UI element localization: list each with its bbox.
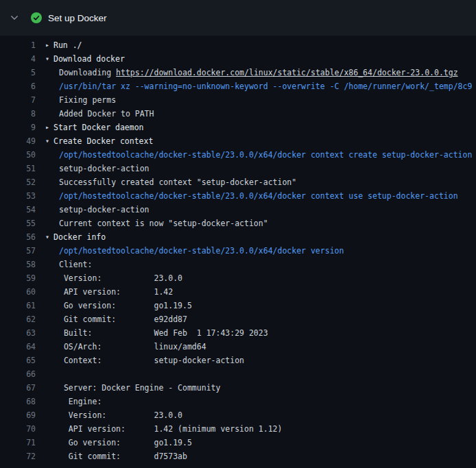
line-number[interactable]: 71 xyxy=(11,436,36,449)
arrow-spacer xyxy=(45,340,53,354)
arrow-spacer xyxy=(45,299,53,312)
log-group-row[interactable]: 9▸Start Docker daemon xyxy=(0,121,476,134)
log-text-segment: Downloading xyxy=(59,68,116,77)
group-collapsed-icon[interactable]: ▸ xyxy=(45,121,53,134)
log-link[interactable]: https://download.docker.com/linux/static… xyxy=(116,68,458,77)
line-number[interactable]: 56 xyxy=(11,230,36,244)
log-text: Git commit: d7573ab xyxy=(53,449,187,463)
group-expanded-icon[interactable]: ▾ xyxy=(45,52,53,66)
log-text: API version: 1.42 (minimum version 1.12) xyxy=(53,422,282,436)
log-text: Go version: go1.19.5 xyxy=(53,436,192,449)
line-number[interactable]: 72 xyxy=(11,449,36,463)
chevron-down-icon[interactable] xyxy=(10,13,19,23)
line-number[interactable]: 67 xyxy=(11,381,36,395)
log-row: 70 API version: 1.42 (minimum version 1.… xyxy=(0,422,476,436)
line-number[interactable]: 54 xyxy=(11,203,36,217)
log-row: 53/opt/hostedtoolcache/docker-stable/23.… xyxy=(0,189,476,203)
success-check-icon xyxy=(31,12,42,23)
log-row: 61 Go version: go1.19.5 xyxy=(0,299,476,312)
arrow-spacer xyxy=(45,107,53,121)
arrow-spacer xyxy=(45,381,53,395)
line-number[interactable]: 66 xyxy=(11,367,36,381)
arrow-spacer xyxy=(45,66,53,79)
log-row: 6/usr/bin/tar xz --warning=no-unknown-ke… xyxy=(0,79,476,93)
log-row: 67 Server: Docker Engine - Community xyxy=(0,381,476,395)
arrow-spacer xyxy=(45,367,53,381)
log-row: 7Fixing perms xyxy=(0,93,476,107)
line-number[interactable]: 55 xyxy=(11,217,36,230)
arrow-spacer xyxy=(45,258,53,271)
arrow-spacer xyxy=(45,162,53,175)
log-text: API version: 1.42 xyxy=(53,285,173,299)
line-number[interactable]: 59 xyxy=(11,271,36,285)
line-number[interactable]: 4 xyxy=(11,52,36,66)
arrow-spacer xyxy=(45,203,53,217)
log-group-row[interactable]: 49▾Create Docker context xyxy=(0,134,476,148)
log-text: setup-docker-action xyxy=(53,162,150,175)
log-row: 64 OS/Arch: linux/amd64 xyxy=(0,340,476,354)
log-row: 58Client: xyxy=(0,258,476,271)
line-number[interactable]: 70 xyxy=(11,422,36,436)
line-number[interactable]: 61 xyxy=(11,299,36,312)
line-number[interactable]: 68 xyxy=(11,395,36,408)
line-number[interactable]: 64 xyxy=(11,340,36,354)
group-expanded-icon[interactable]: ▾ xyxy=(45,230,53,244)
log-text: Successfully created context "setup-dock… xyxy=(53,175,296,189)
line-number[interactable]: 60 xyxy=(11,285,36,299)
log-text: Download docker xyxy=(53,52,125,66)
step-header[interactable]: Set up Docker xyxy=(0,0,476,36)
arrow-spacer xyxy=(45,326,53,340)
log-text: Version: 23.0.0 xyxy=(53,271,182,285)
log-group-row[interactable]: 56▾Docker info xyxy=(0,230,476,244)
line-number[interactable]: 49 xyxy=(11,134,36,148)
log-text: /usr/bin/tar xz --warning=no-unknown-key… xyxy=(53,79,472,93)
arrow-spacer xyxy=(45,244,53,258)
line-number[interactable]: 65 xyxy=(11,354,36,367)
log-text: Create Docker context xyxy=(53,134,153,148)
log-row: 69 Version: 23.0.0 xyxy=(0,408,476,422)
arrow-spacer xyxy=(45,449,53,463)
group-collapsed-icon[interactable]: ▸ xyxy=(45,38,53,52)
arrow-spacer xyxy=(45,271,53,285)
arrow-spacer xyxy=(45,189,53,203)
group-expanded-icon[interactable]: ▾ xyxy=(45,134,53,148)
log-row: 50/opt/hostedtoolcache/docker-stable/23.… xyxy=(0,148,476,162)
line-number[interactable]: 63 xyxy=(11,326,36,340)
log-row: 72 Git commit: d7573ab xyxy=(0,449,476,463)
arrow-spacer xyxy=(45,93,53,107)
log-text: Added Docker to PATH xyxy=(53,107,154,121)
log-text xyxy=(53,367,59,381)
line-number[interactable]: 5 xyxy=(11,66,36,79)
log-group-row[interactable]: 1▸Run ./ xyxy=(0,38,476,52)
log-row: 63 Built: Wed Feb 1 17:43:29 2023 xyxy=(0,326,476,340)
log-text: Git commit: e92dd87 xyxy=(53,312,187,326)
line-number[interactable]: 52 xyxy=(11,175,36,189)
arrow-spacer xyxy=(45,148,53,162)
line-number[interactable]: 6 xyxy=(11,79,36,93)
log-text: Context: setup-docker-action xyxy=(53,354,244,367)
line-number[interactable]: 58 xyxy=(11,258,36,271)
line-number[interactable]: 7 xyxy=(11,93,36,107)
log-text: setup-docker-action xyxy=(53,203,150,217)
log-text: Engine: xyxy=(53,395,102,408)
arrow-spacer xyxy=(45,354,53,367)
arrow-spacer xyxy=(45,285,53,299)
line-number[interactable]: 8 xyxy=(11,107,36,121)
log-text: Fixing perms xyxy=(53,93,116,107)
line-number[interactable]: 50 xyxy=(11,148,36,162)
line-number[interactable]: 62 xyxy=(11,312,36,326)
line-number[interactable]: 1 xyxy=(11,38,36,52)
log-text: Docker info xyxy=(53,230,106,244)
line-number[interactable]: 9 xyxy=(11,121,36,134)
line-number[interactable]: 69 xyxy=(11,408,36,422)
line-number[interactable]: 53 xyxy=(11,189,36,203)
arrow-spacer xyxy=(45,175,53,189)
arrow-spacer xyxy=(45,408,53,422)
line-number[interactable]: 51 xyxy=(11,162,36,175)
log-row: 57/opt/hostedtoolcache/docker-stable/23.… xyxy=(0,244,476,258)
arrow-spacer xyxy=(45,395,53,408)
log-group-row[interactable]: 4▾Download docker xyxy=(0,52,476,66)
line-number[interactable]: 57 xyxy=(11,244,36,258)
arrow-spacer xyxy=(45,312,53,326)
log-container[interactable]: 1▸Run ./4▾Download docker5Downloading ht… xyxy=(0,36,476,463)
